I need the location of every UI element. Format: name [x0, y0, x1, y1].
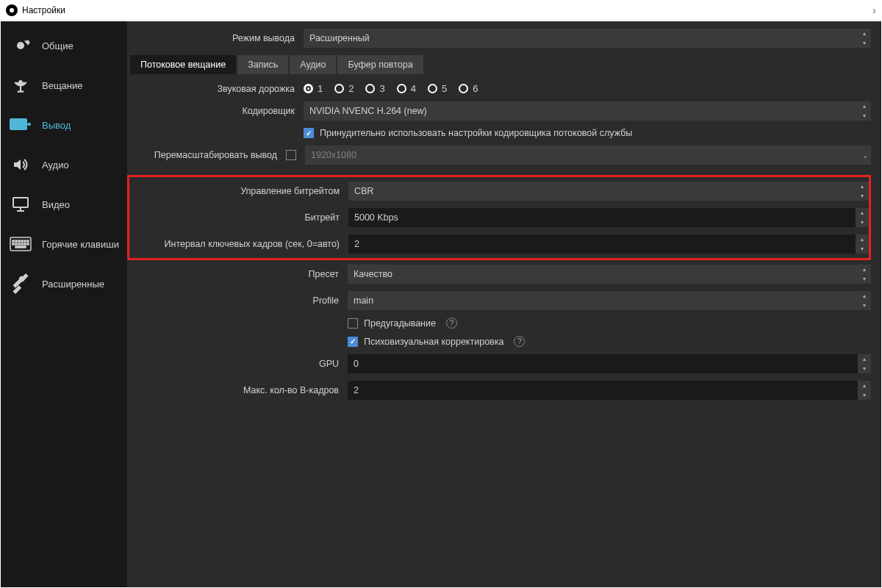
tab-replay-buffer[interactable]: Буфер повтора: [337, 55, 423, 74]
settings-main-panel: Режим вывода Расширенный ▲▼ Потоковое ве…: [127, 21, 881, 587]
bitrate-label: Битрейт: [129, 212, 348, 223]
next-icon[interactable]: ›: [872, 4, 876, 16]
svg-rect-12: [18, 243, 20, 245]
speaker-icon: [8, 155, 33, 174]
svg-point-0: [19, 81, 21, 83]
chevron-down-icon[interactable]: ▼: [856, 244, 869, 254]
enforce-encoder-checkbox[interactable]: [304, 128, 314, 138]
svg-rect-16: [15, 246, 26, 248]
bframes-label: Макс. кол-во B-кадров: [127, 385, 348, 395]
settings-sidebar: Общие Вещание Вывод Аудио Видео Горячие …: [1, 21, 127, 587]
chevron-down-icon[interactable]: ▼: [858, 364, 871, 373]
rate-control-select[interactable]: CBR ▲▼: [348, 182, 869, 201]
svg-rect-13: [21, 243, 23, 245]
profile-label: Profile: [127, 295, 348, 306]
antenna-icon: [8, 76, 33, 95]
svg-rect-8: [24, 240, 26, 242]
chevron-up-icon[interactable]: ▲: [856, 182, 869, 191]
help-icon[interactable]: ?: [514, 336, 525, 347]
chevron-up-icon[interactable]: ▲: [858, 291, 871, 301]
chevron-down-icon[interactable]: ▼: [856, 218, 869, 227]
tab-audio[interactable]: Аудио: [290, 55, 336, 74]
psycho-visual-checkbox[interactable]: [348, 337, 358, 347]
audio-track-radio-2[interactable]: 2: [334, 83, 354, 94]
audio-track-radio-4[interactable]: 4: [397, 83, 416, 94]
svg-rect-1: [10, 119, 26, 129]
sidebar-item-hotkeys[interactable]: Горячие клавиши: [1, 224, 127, 264]
lookahead-label: Предугадывание: [364, 318, 436, 329]
chevron-up-icon[interactable]: ▲: [856, 208, 869, 218]
window-title: Настройки: [22, 5, 65, 15]
rate-control-label: Управление битрейтом: [129, 186, 348, 196]
audio-track-radio-5[interactable]: 5: [428, 83, 447, 94]
window-titlebar: Настройки ›: [0, 0, 882, 21]
chevron-down-icon[interactable]: ▼: [858, 390, 871, 400]
svg-rect-9: [27, 240, 29, 242]
lookahead-checkbox[interactable]: [348, 318, 358, 329]
chevron-down-icon[interactable]: ▼: [858, 301, 871, 310]
audio-track-radios: 1 2 3 4 5 6: [304, 83, 871, 94]
audio-track-radio-3[interactable]: 3: [365, 83, 384, 94]
sidebar-item-label: Видео: [42, 199, 70, 210]
preset-label: Пресет: [127, 269, 348, 279]
sidebar-item-advanced[interactable]: Расширенные: [1, 264, 127, 304]
rescale-label: Перемасштабировать вывод: [127, 150, 286, 160]
chevron-down-icon: ⌄: [862, 151, 868, 159]
svg-rect-14: [24, 243, 26, 245]
help-icon[interactable]: ?: [446, 318, 457, 329]
sidebar-item-stream[interactable]: Вещание: [1, 65, 127, 105]
bframes-input[interactable]: 2 ▲▼: [348, 381, 871, 400]
chevron-down-icon[interactable]: ▼: [858, 274, 871, 284]
svg-rect-7: [21, 240, 23, 242]
sidebar-item-label: Горячие клавиши: [42, 239, 119, 250]
tools-icon: [8, 274, 33, 293]
svg-rect-6: [18, 240, 20, 242]
monitor-icon: [8, 195, 33, 214]
sidebar-item-video[interactable]: Видео: [1, 184, 127, 224]
sidebar-item-label: Аудио: [42, 159, 69, 171]
chevron-up-icon[interactable]: ▲: [858, 265, 871, 274]
profile-select[interactable]: main ▲▼: [348, 291, 871, 310]
keyint-input[interactable]: 2 ▲▼: [348, 234, 869, 254]
chevron-down-icon[interactable]: ▼: [858, 38, 871, 48]
chevron-down-icon[interactable]: ▼: [858, 111, 871, 121]
rescale-checkbox[interactable]: [286, 150, 296, 160]
output-mode-label: Режим вывода: [127, 33, 304, 43]
output-mode-select[interactable]: Расширенный ▲▼: [304, 29, 871, 48]
svg-rect-4: [12, 240, 14, 242]
sidebar-item-output[interactable]: Вывод: [1, 105, 127, 145]
chevron-up-icon[interactable]: ▲: [858, 101, 871, 111]
tab-streaming[interactable]: Потоковое вещание: [130, 55, 236, 74]
output-icon: [8, 115, 33, 135]
gpu-label: GPU: [127, 359, 348, 369]
svg-rect-15: [27, 243, 29, 245]
bitrate-input[interactable]: 5000 Kbps ▲▼: [348, 208, 869, 227]
output-tabs: Потоковое вещание Запись Аудио Буфер пов…: [127, 55, 871, 74]
highlighted-settings-box: Управление битрейтом CBR ▲▼ Битрейт 5000…: [127, 175, 871, 260]
obs-logo-icon: [6, 4, 18, 16]
chevron-down-icon[interactable]: ▼: [856, 191, 869, 201]
svg-rect-11: [15, 243, 17, 245]
svg-rect-2: [13, 198, 28, 207]
audio-track-label: Звуковая дорожка: [127, 84, 304, 94]
chevron-up-icon[interactable]: ▲: [858, 381, 871, 390]
audio-track-radio-6[interactable]: 6: [459, 83, 478, 94]
gpu-input[interactable]: 0 ▲▼: [348, 354, 871, 373]
psycho-visual-label: Психовизуальная корректировка: [364, 337, 503, 347]
sidebar-item-general[interactable]: Общие: [1, 26, 127, 65]
preset-select[interactable]: Качество ▲▼: [348, 265, 871, 284]
chevron-up-icon[interactable]: ▲: [858, 354, 871, 364]
svg-rect-10: [12, 243, 14, 245]
sidebar-item-label: Вывод: [42, 120, 71, 131]
chevron-up-icon[interactable]: ▲: [858, 29, 871, 38]
rescale-select[interactable]: 1920x1080 ⌄: [305, 146, 871, 165]
sidebar-item-audio[interactable]: Аудио: [1, 145, 127, 184]
tab-recording[interactable]: Запись: [237, 55, 288, 74]
encoder-select[interactable]: NVIDIA NVENC H.264 (new) ▲▼: [304, 101, 871, 121]
audio-track-radio-1[interactable]: 1: [304, 83, 323, 94]
sidebar-item-label: Общие: [42, 40, 74, 51]
svg-rect-5: [15, 240, 17, 242]
sidebar-item-label: Расширенные: [42, 279, 104, 290]
keyint-label: Интервал ключевых кадров (сек, 0=авто): [129, 239, 348, 249]
chevron-up-icon[interactable]: ▲: [856, 234, 869, 244]
